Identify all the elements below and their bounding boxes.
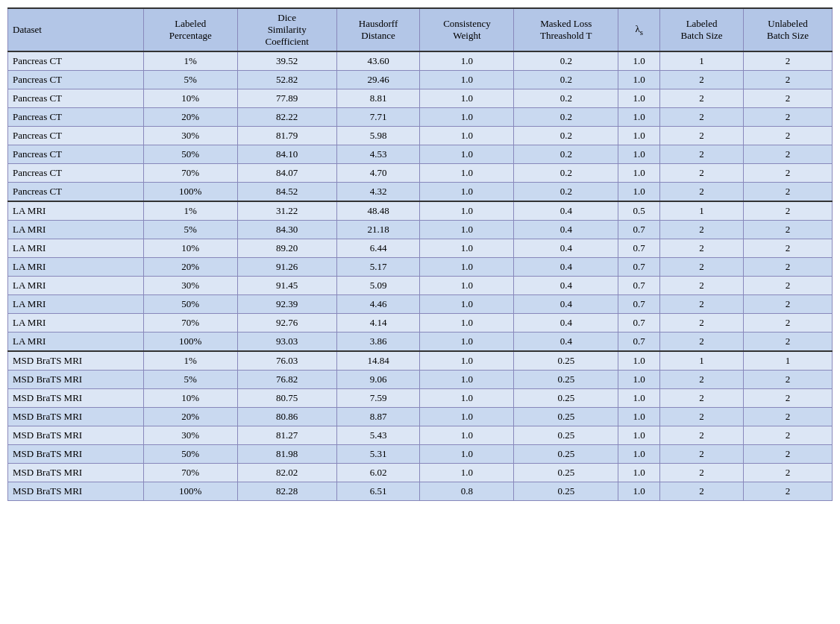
cell-dataset: Pancreas CT (8, 108, 144, 127)
cell-labeled-pct: 30% (143, 426, 237, 445)
cell-lambda: 1.0 (618, 445, 660, 464)
cell-hausdorff: 6.44 (336, 239, 420, 258)
cell-labeled-bs: 1 (660, 351, 744, 371)
cell-dataset: MSD BraTS MRI (8, 426, 144, 445)
cell-masked-loss: 0.25 (514, 464, 618, 482)
cell-dsc: 76.82 (237, 371, 336, 389)
cell-labeled-bs: 2 (660, 371, 744, 389)
table-row: MSD BraTS MRI20%80.868.871.00.251.022 (8, 408, 833, 426)
cell-labeled-bs: 2 (660, 71, 744, 89)
table-row: LA MRI70%92.764.141.00.40.722 (8, 314, 833, 333)
cell-lambda: 1.0 (618, 464, 660, 482)
cell-labeled-bs: 2 (660, 314, 744, 333)
cell-masked-loss: 0.25 (514, 408, 618, 426)
cell-dataset: MSD BraTS MRI (8, 351, 144, 371)
cell-unlabeled-bs: 2 (744, 371, 833, 389)
table-row: Pancreas CT100%84.524.321.00.21.022 (8, 183, 833, 202)
cell-lambda: 1.0 (618, 351, 660, 371)
cell-lambda: 1.0 (618, 426, 660, 445)
cell-masked-loss: 0.2 (514, 164, 618, 183)
cell-labeled-bs: 2 (660, 408, 744, 426)
header-consistency: ConsistencyWeight (420, 8, 514, 51)
cell-lambda: 0.5 (618, 201, 660, 221)
table-row: LA MRI30%91.455.091.00.40.722 (8, 277, 833, 295)
cell-dsc: 82.02 (237, 464, 336, 482)
cell-dsc: 82.22 (237, 108, 336, 127)
cell-dsc: 31.22 (237, 201, 336, 221)
cell-labeled-pct: 100% (143, 482, 237, 501)
cell-masked-loss: 0.4 (514, 314, 618, 333)
cell-hausdorff: 4.14 (336, 314, 420, 333)
cell-dataset: Pancreas CT (8, 127, 144, 145)
cell-unlabeled-bs: 2 (744, 145, 833, 164)
cell-labeled-pct: 10% (143, 239, 237, 258)
cell-masked-loss: 0.25 (514, 389, 618, 408)
cell-dataset: MSD BraTS MRI (8, 371, 144, 389)
cell-dataset: Pancreas CT (8, 164, 144, 183)
cell-labeled-pct: 50% (143, 145, 237, 164)
cell-dataset: Pancreas CT (8, 145, 144, 164)
cell-unlabeled-bs: 2 (744, 71, 833, 89)
cell-labeled-pct: 10% (143, 89, 237, 108)
table-row: MSD BraTS MRI50%81.985.311.00.251.022 (8, 445, 833, 464)
cell-labeled-bs: 2 (660, 221, 744, 239)
cell-hausdorff: 29.46 (336, 71, 420, 89)
cell-dataset: MSD BraTS MRI (8, 445, 144, 464)
cell-labeled-pct: 1% (143, 51, 237, 71)
cell-labeled-bs: 1 (660, 51, 744, 71)
header-masked-loss: Masked LossThreashold T (514, 8, 618, 51)
cell-dataset: MSD BraTS MRI (8, 408, 144, 426)
header-hausdorff: HausdorffDistance (336, 8, 420, 51)
cell-consistency: 1.0 (420, 445, 514, 464)
header-row: Dataset LabeledPercentage DiceSimilarity… (8, 8, 833, 51)
cell-lambda: 0.7 (618, 258, 660, 277)
cell-lambda: 0.7 (618, 239, 660, 258)
cell-hausdorff: 9.06 (336, 371, 420, 389)
cell-dsc: 39.52 (237, 51, 336, 71)
table-row: LA MRI20%91.265.171.00.40.722 (8, 258, 833, 277)
cell-consistency: 1.0 (420, 371, 514, 389)
cell-unlabeled-bs: 2 (744, 445, 833, 464)
cell-dataset: Pancreas CT (8, 89, 144, 108)
cell-labeled-bs: 2 (660, 164, 744, 183)
cell-unlabeled-bs: 2 (744, 464, 833, 482)
table-row: MSD BraTS MRI30%81.275.431.00.251.022 (8, 426, 833, 445)
header-labeled-bs: LabeledBatch Size (660, 8, 744, 51)
cell-dataset: MSD BraTS MRI (8, 389, 144, 408)
cell-hausdorff: 4.53 (336, 145, 420, 164)
cell-unlabeled-bs: 2 (744, 183, 833, 202)
cell-labeled-bs: 2 (660, 258, 744, 277)
table-row: Pancreas CT50%84.104.531.00.21.022 (8, 145, 833, 164)
cell-labeled-pct: 30% (143, 127, 237, 145)
cell-masked-loss: 0.2 (514, 183, 618, 202)
cell-dataset: Pancreas CT (8, 183, 144, 202)
cell-lambda: 1.0 (618, 89, 660, 108)
header-dataset: Dataset (8, 8, 144, 51)
cell-unlabeled-bs: 2 (744, 108, 833, 127)
cell-labeled-pct: 1% (143, 351, 237, 371)
cell-hausdorff: 5.17 (336, 258, 420, 277)
cell-masked-loss: 0.2 (514, 89, 618, 108)
cell-lambda: 1.0 (618, 371, 660, 389)
cell-labeled-pct: 70% (143, 164, 237, 183)
cell-consistency: 1.0 (420, 127, 514, 145)
table-row: Pancreas CT10%77.898.811.00.21.022 (8, 89, 833, 108)
cell-masked-loss: 0.2 (514, 127, 618, 145)
cell-hausdorff: 4.46 (336, 295, 420, 314)
cell-masked-loss: 0.4 (514, 201, 618, 221)
cell-dataset: LA MRI (8, 239, 144, 258)
cell-unlabeled-bs: 2 (744, 164, 833, 183)
cell-masked-loss: 0.25 (514, 445, 618, 464)
cell-dsc: 93.03 (237, 333, 336, 352)
cell-dataset: LA MRI (8, 295, 144, 314)
cell-hausdorff: 5.43 (336, 426, 420, 445)
cell-dsc: 84.10 (237, 145, 336, 164)
cell-lambda: 1.0 (618, 51, 660, 71)
table-row: MSD BraTS MRI10%80.757.591.00.251.022 (8, 389, 833, 408)
cell-labeled-bs: 2 (660, 295, 744, 314)
cell-hausdorff: 3.86 (336, 333, 420, 352)
cell-consistency: 1.0 (420, 221, 514, 239)
header-labeled-pct: LabeledPercentage (143, 8, 237, 51)
header-lambda: λs (618, 8, 660, 51)
cell-labeled-bs: 2 (660, 89, 744, 108)
